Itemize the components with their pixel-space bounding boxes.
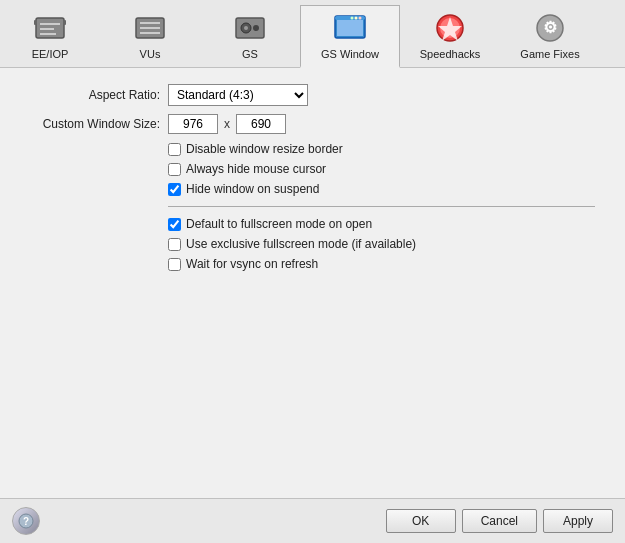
content-area: Aspect Ratio: Standard (4:3) Widescreen … [0,68,625,498]
svg-rect-4 [34,20,37,25]
window-size-label: Custom Window Size: [20,117,160,131]
aspect-ratio-label: Aspect Ratio: [20,88,160,102]
svg-rect-7 [140,22,160,24]
hide-mouse-label: Always hide mouse cursor [186,162,326,176]
window-width-input[interactable] [168,114,218,134]
eeiop-icon [32,10,68,46]
bottom-bar: ? OK Cancel Apply [0,498,625,543]
toolbar-label-eeiop: EE/IOP [32,48,69,60]
svg-point-13 [244,26,248,30]
bottom-left: ? [12,507,380,535]
help-icon-button[interactable]: ? [12,507,40,535]
speedhacks-icon [432,10,468,46]
vsync-label: Wait for vsync on refresh [186,257,318,271]
cancel-button[interactable]: Cancel [462,509,537,533]
disable-resize-label: Disable window resize border [186,142,343,156]
toolbar-item-speedhacks[interactable]: Speedhacks [400,6,500,68]
toolbar: EE/IOP VUs GS [0,0,625,68]
vus-icon [132,10,168,46]
svg-rect-3 [40,33,56,35]
checkbox-disable-resize-row: Disable window resize border [168,142,605,156]
svg-rect-15 [337,20,363,36]
toolbar-label-vus: VUs [140,48,161,60]
svg-rect-5 [63,20,66,25]
svg-text:⚙: ⚙ [543,19,557,36]
svg-rect-2 [40,28,54,30]
toolbar-label-gamefixes: Game Fixes [520,48,579,60]
apply-button[interactable]: Apply [543,509,613,533]
ok-button[interactable]: OK [386,509,456,533]
toolbar-item-gamefixes[interactable]: ⚙ Game Fixes [500,6,600,68]
fullscreen-default-checkbox[interactable] [168,218,181,231]
toolbar-label-gs: GS [242,48,258,60]
help-icon: ? [18,513,34,529]
checkbox-hide-suspend-row: Hide window on suspend [168,182,605,196]
exclusive-fullscreen-label: Use exclusive fullscreen mode (if availa… [186,237,416,251]
aspect-ratio-select[interactable]: Standard (4:3) Widescreen (16:9) Stretch [168,84,308,106]
checkbox-fullscreen-default-row: Default to fullscreen mode on open [168,217,605,231]
toolbar-label-gswindow: GS Window [321,48,379,60]
disable-resize-checkbox[interactable] [168,143,181,156]
hide-mouse-checkbox[interactable] [168,163,181,176]
hide-suspend-label: Hide window on suspend [186,182,319,196]
vsync-checkbox[interactable] [168,258,181,271]
checkbox-exclusive-fullscreen-row: Use exclusive fullscreen mode (if availa… [168,237,605,251]
fullscreen-default-label: Default to fullscreen mode on open [186,217,372,231]
gs-icon [232,10,268,46]
toolbar-item-eeiop[interactable]: EE/IOP [0,6,100,68]
svg-rect-9 [140,32,160,34]
svg-point-12 [253,25,259,31]
svg-text:?: ? [23,516,29,527]
checkbox-hide-mouse-row: Always hide mouse cursor [168,162,605,176]
svg-point-18 [355,17,358,20]
size-separator: x [224,117,230,131]
section-divider [168,206,595,207]
svg-rect-8 [140,27,160,29]
exclusive-fullscreen-checkbox[interactable] [168,238,181,251]
toolbar-item-gswindow[interactable]: GS Window [300,5,400,68]
svg-rect-1 [40,23,60,25]
svg-point-17 [359,17,362,20]
toolbar-item-vus[interactable]: VUs [100,6,200,68]
window-size-row: Custom Window Size: x [20,114,605,134]
hide-suspend-checkbox[interactable] [168,183,181,196]
window-height-input[interactable] [236,114,286,134]
gswindow-icon [332,10,368,46]
toolbar-item-gs[interactable]: GS [200,6,300,68]
gamefixes-icon: ⚙ [532,10,568,46]
checkbox-vsync-row: Wait for vsync on refresh [168,257,605,271]
svg-point-19 [351,17,354,20]
aspect-ratio-row: Aspect Ratio: Standard (4:3) Widescreen … [20,84,605,106]
toolbar-label-speedhacks: Speedhacks [420,48,481,60]
